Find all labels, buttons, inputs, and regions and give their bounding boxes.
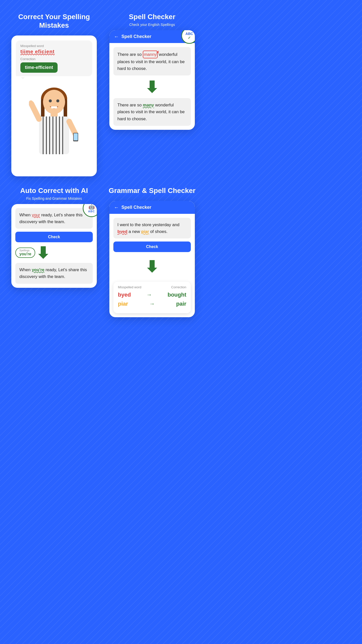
autocorrect-subtitle: Fix Spelling and Grammar Mistakes	[26, 196, 82, 200]
autocorrect-card: 🤖 ABC When your ready, Let's share this …	[11, 204, 97, 288]
autocorrect-arrow-row: Spellings you're	[15, 246, 93, 259]
svg-line-15	[69, 122, 75, 134]
svg-rect-7	[46, 116, 47, 154]
grammar-arrow-container	[113, 258, 191, 275]
svg-rect-9	[53, 116, 53, 154]
autocorrect-input-box: When your ready, Let's share this discov…	[15, 208, 93, 229]
col-header-misspelled: Misspelled word	[118, 285, 141, 289]
correction-text: time-efficient	[25, 65, 53, 70]
svg-point-19	[56, 99, 59, 102]
spellings-value: you're	[19, 252, 31, 256]
grammar-arrow-down	[147, 260, 157, 273]
spellings-bubble: Spellings you're	[15, 248, 35, 258]
error-word: manny ✕	[143, 51, 158, 58]
grammar-check-button[interactable]: Check	[113, 242, 191, 252]
svg-point-18	[49, 99, 52, 102]
grammar-title: Grammar & Spell Checker	[109, 186, 196, 195]
spell-checker-title: Spell Checker	[129, 13, 175, 21]
spelling-card: Misspelled word tiime eficient Correctio…	[11, 35, 97, 176]
correct-word: many	[143, 103, 154, 107]
input-text-box: There are so manny ✕ wonderful places to…	[113, 47, 191, 76]
wrong-word-2: piar	[118, 301, 128, 307]
grammar-input-box: I went to the store yesterday and byed a…	[113, 218, 191, 238]
autocorrect-output-box: When you're ready, Let's share this disc…	[15, 263, 93, 284]
grammar-text-3: of shoes.	[149, 229, 168, 234]
autocorrect-text-before: When	[19, 213, 32, 217]
autocorrect-body: When your ready, Let's share this discov…	[11, 204, 97, 288]
person-area	[16, 79, 92, 154]
svg-rect-17	[74, 133, 78, 140]
autocorrect-output-before: When	[19, 267, 32, 272]
col-header-correction: Correction	[171, 285, 186, 289]
piar-error: piar	[141, 229, 149, 234]
check-button[interactable]: Check	[15, 232, 93, 242]
correction-box: time-efficient	[20, 62, 58, 73]
spell-body: There are so manny ✕ wonderful places to…	[109, 43, 195, 130]
arrow-right-1: →	[146, 292, 152, 298]
table-row-2: piar → pair	[118, 301, 186, 307]
svg-rect-4	[51, 112, 58, 117]
table-row-1: byed → bought	[118, 292, 186, 298]
arrow-container	[113, 78, 191, 96]
grammar-header-title: Spell Checker	[121, 205, 151, 210]
spelling-title: Correct Your Spelling Mistakes	[9, 13, 99, 29]
right-word-2: pair	[176, 301, 186, 307]
spell-checker-subtitle: Check your English Spellings	[129, 23, 175, 27]
autocorrect-section: Auto Correct with AI Fix Spelling and Gr…	[5, 181, 103, 322]
grammar-card: ← Spell Checker I went to the store yest…	[109, 201, 195, 317]
spell-checker-card: ABC ✓ ← Spell Checker There are so manny…	[109, 30, 195, 130]
misspelled-word: tiime eficient	[20, 49, 88, 55]
output-text-before: There are so	[117, 103, 143, 107]
svg-line-13	[31, 104, 39, 119]
abc-checkmark: ✓	[188, 36, 191, 40]
speech-bubble: Misspelled word tiime eficient Correctio…	[16, 41, 92, 76]
grammar-section: Grammar & Spell Checker ← Spell Checker …	[103, 181, 201, 322]
misspelled-label: Misspelled word	[20, 44, 88, 48]
autocorrect-arrow-down	[38, 246, 48, 259]
spell-checker-section: Spell Checker Check your English Spellin…	[103, 8, 201, 181]
grammar-text-2: a new	[127, 229, 141, 234]
big-arrow-down-icon	[147, 80, 157, 93]
grammar-back-icon[interactable]: ←	[114, 205, 119, 210]
table-header: Misspelled word Correction	[118, 285, 186, 289]
svg-rect-8	[49, 116, 50, 154]
right-word-1: bought	[167, 292, 186, 298]
person-illustration	[29, 84, 79, 154]
svg-point-14	[29, 100, 33, 104]
back-arrow-icon[interactable]: ←	[114, 34, 119, 39]
robot-icon: 🤖	[88, 204, 95, 210]
correction-table: Misspelled word Correction byed → bought…	[113, 282, 191, 313]
svg-rect-12	[62, 116, 63, 154]
input-text-before: There are so	[117, 52, 143, 57]
your-error-word: your	[32, 213, 40, 217]
spelling-section: Correct Your Spelling Mistakes Misspelle…	[5, 8, 103, 181]
svg-rect-11	[59, 116, 60, 154]
output-text-box: There are so many wonderful places to vi…	[113, 98, 191, 126]
grammar-text-1: I went to the store yesterday and	[117, 222, 179, 227]
youre-correct-word: you're	[32, 267, 44, 272]
spellings-label: Spellings	[19, 249, 31, 252]
byed-error: byed	[117, 229, 127, 234]
abc-text: ABC	[186, 32, 193, 36]
grammar-header: ← Spell Checker	[109, 201, 195, 214]
spelling-card-body: Misspelled word tiime eficient Correctio…	[11, 35, 97, 176]
svg-rect-20	[51, 106, 57, 108]
arrow-right-2: →	[149, 301, 155, 307]
svg-rect-10	[56, 116, 57, 154]
abc-robot-text: ABC	[88, 210, 95, 213]
grammar-body: I went to the store yesterday and byed a…	[109, 214, 195, 317]
spell-header-title: Spell Checker	[121, 34, 151, 39]
autocorrect-title: Auto Correct with AI	[20, 186, 88, 195]
svg-point-3	[43, 90, 65, 114]
correction-label: Correction	[20, 57, 88, 61]
wrong-word-1: byed	[118, 292, 131, 298]
svg-rect-6	[43, 116, 43, 154]
